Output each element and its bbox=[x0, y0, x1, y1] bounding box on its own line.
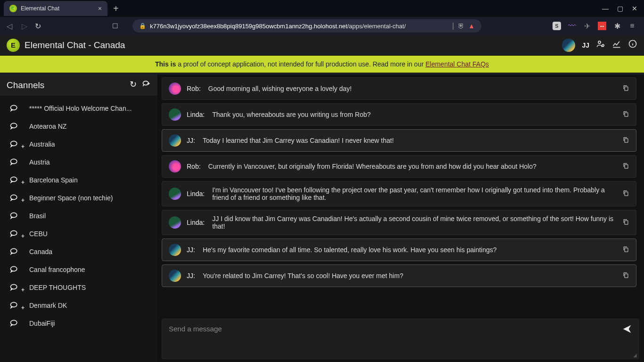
new-tab-button[interactable]: + bbox=[113, 3, 119, 14]
svg-rect-16 bbox=[625, 87, 628, 90]
shield-icon[interactable]: ⛨ bbox=[458, 22, 464, 30]
browser-tab[interactable]: Elemental Chat × bbox=[4, 1, 107, 16]
message-author: Rob: bbox=[187, 85, 201, 92]
copy-message-icon[interactable] bbox=[622, 84, 629, 93]
svg-rect-19 bbox=[625, 165, 628, 168]
message-row: Linda:JJ I did know that Jim Carrey was … bbox=[162, 210, 636, 235]
user-avatar[interactable] bbox=[562, 39, 575, 52]
copy-message-icon[interactable] bbox=[622, 162, 629, 171]
channel-item[interactable]: +CEBU bbox=[0, 225, 157, 243]
channel-name: Aotearoa NZ bbox=[29, 123, 66, 130]
unread-plus-icon: + bbox=[21, 179, 25, 186]
message-avatar bbox=[169, 134, 181, 147]
channel-item[interactable]: ***** Official Holo Welcome Chan... bbox=[0, 99, 157, 117]
channel-item[interactable]: Canal francophone bbox=[0, 261, 157, 279]
message-composer[interactable]: ◢ bbox=[162, 319, 639, 359]
channel-item[interactable]: Brasil bbox=[0, 207, 157, 225]
svg-point-0 bbox=[598, 41, 601, 43]
message-author: Linda: bbox=[187, 219, 205, 226]
notice-banner: This is a proof of concept application, … bbox=[0, 56, 644, 74]
favicon-icon bbox=[9, 5, 17, 12]
chat-bubble-icon bbox=[9, 211, 22, 221]
info-icon[interactable] bbox=[628, 39, 637, 51]
chat-panel: Rob:Good morning all, wishing everyone a… bbox=[158, 74, 644, 362]
channel-item[interactable]: +Barcelona Spain bbox=[0, 171, 157, 189]
message-avatar bbox=[169, 270, 181, 282]
back-button[interactable]: ◁ bbox=[5, 20, 14, 33]
chat-bubble-icon bbox=[9, 157, 22, 167]
minimize-icon[interactable]: — bbox=[602, 5, 609, 12]
settings-users-icon[interactable] bbox=[596, 39, 605, 51]
svg-rect-21 bbox=[625, 221, 628, 224]
message-avatar bbox=[169, 82, 181, 95]
message-avatar bbox=[169, 216, 181, 229]
unread-plus-icon: + bbox=[21, 304, 25, 311]
add-channel-icon[interactable] bbox=[141, 79, 151, 91]
copy-message-icon[interactable] bbox=[622, 246, 629, 254]
copy-message-icon[interactable] bbox=[622, 110, 629, 119]
warning-icon[interactable]: ▲ bbox=[468, 22, 475, 30]
notice-bold: This is bbox=[155, 60, 176, 68]
channel-name: DEEP THOUGHTS bbox=[29, 284, 86, 291]
copy-message-icon[interactable] bbox=[622, 272, 629, 280]
faq-link[interactable]: Elemental Chat FAQs bbox=[425, 60, 489, 68]
channels-sidebar: Channels ↻ ***** Official Holo Welcome C… bbox=[0, 74, 158, 362]
chat-bubble-icon bbox=[9, 319, 22, 328]
message-text: JJ I did know that Jim Carrey was Canadi… bbox=[212, 215, 617, 230]
message-text: Currently in Vancouver, but originally f… bbox=[208, 163, 617, 170]
channel-item[interactable]: Aotearoa NZ bbox=[0, 117, 157, 135]
chat-bubble-icon bbox=[9, 122, 22, 131]
chat-bubble-icon: + bbox=[9, 140, 22, 149]
message-text: You're related to Jim Carrey! That's so … bbox=[203, 272, 617, 280]
svg-rect-23 bbox=[625, 274, 628, 278]
extension-wave-icon[interactable]: 〰 bbox=[568, 22, 576, 30]
chat-bubble-icon: + bbox=[9, 193, 22, 203]
channel-item[interactable]: +DEEP THOUGHTS bbox=[0, 279, 157, 296]
channel-item[interactable]: Canada bbox=[0, 243, 157, 261]
svg-point-1 bbox=[602, 44, 604, 46]
channel-name: Barcelona Spain bbox=[29, 176, 78, 184]
channel-item[interactable]: Austria bbox=[0, 153, 157, 171]
channel-name: Canada bbox=[29, 248, 52, 255]
chat-bubble-icon: + bbox=[9, 301, 22, 310]
message-text: Good morning all, wishing everyone a lov… bbox=[208, 85, 617, 92]
message-text: Today I learned that Jim Carrey was Cana… bbox=[203, 137, 617, 144]
channel-item[interactable]: DubaiFiji bbox=[0, 314, 157, 332]
message-text: Thank you, whereabouts are you writing u… bbox=[212, 111, 617, 118]
lock-icon: 🔒 bbox=[139, 23, 146, 29]
channel-item[interactable]: +Beginner Space (non techie) bbox=[0, 189, 157, 207]
send-button[interactable] bbox=[622, 324, 632, 337]
refresh-channels-icon[interactable]: ↻ bbox=[130, 79, 137, 91]
browser-menu-icon[interactable]: ≡ bbox=[628, 22, 636, 30]
copy-message-icon[interactable] bbox=[622, 136, 629, 145]
copy-message-icon[interactable] bbox=[622, 189, 629, 198]
bookmark-icon[interactable]: ☐ bbox=[112, 22, 118, 30]
copy-message-icon[interactable] bbox=[622, 218, 629, 227]
extension-red-icon[interactable]: ••• bbox=[598, 22, 606, 30]
message-input[interactable] bbox=[169, 325, 632, 353]
app-logo-icon: E bbox=[7, 39, 20, 52]
forward-button[interactable]: ▷ bbox=[20, 20, 29, 33]
message-avatar bbox=[169, 160, 181, 173]
message-author: JJ: bbox=[187, 137, 195, 144]
close-tab-icon[interactable]: × bbox=[98, 5, 102, 12]
channel-name: Denmark DK bbox=[29, 302, 67, 309]
separator: | bbox=[452, 22, 454, 30]
chat-bubble-icon: + bbox=[9, 175, 22, 185]
close-window-icon[interactable]: ✕ bbox=[632, 5, 637, 12]
reload-button[interactable]: ↻ bbox=[35, 22, 41, 31]
url-text: k776n3w1jyovyofz38eex8b8piq89159g985owcb… bbox=[150, 23, 406, 30]
extension-s-icon[interactable]: S bbox=[553, 22, 561, 30]
message-author: JJ: bbox=[187, 272, 195, 280]
extension-rocket-icon[interactable]: ✈ bbox=[583, 22, 591, 30]
stats-icon[interactable] bbox=[612, 39, 621, 51]
chat-bubble-icon bbox=[9, 247, 22, 256]
chat-bubble-icon: + bbox=[9, 283, 22, 292]
maximize-icon[interactable]: ▢ bbox=[617, 5, 623, 12]
url-input[interactable]: 🔒 k776n3w1jyovyofz38eex8b8piq89159g985ow… bbox=[132, 19, 481, 33]
extensions-icon[interactable]: ✱ bbox=[613, 22, 621, 30]
channel-name: ***** Official Holo Welcome Chan... bbox=[29, 105, 132, 112]
message-author: Rob: bbox=[187, 163, 201, 170]
channel-item[interactable]: +Denmark DK bbox=[0, 296, 157, 314]
channel-item[interactable]: +Australia bbox=[0, 135, 157, 153]
